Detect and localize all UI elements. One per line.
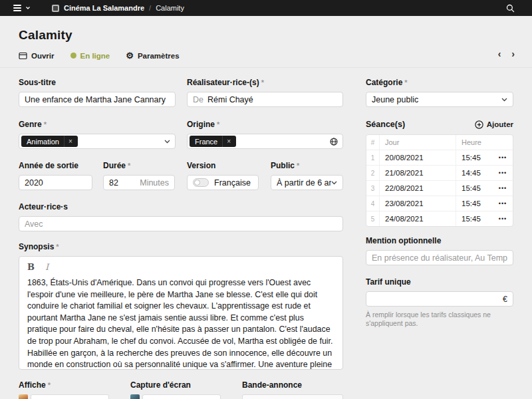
version-control: Française: [187, 175, 259, 190]
seance-time-cell[interactable]: 15:45: [456, 211, 493, 226]
next-record-button[interactable]: ›: [511, 49, 515, 59]
seances-title: Séance(s): [366, 120, 405, 129]
seance-time-cell[interactable]: 14:45: [456, 166, 493, 180]
row-actions-menu-button[interactable]: •••: [493, 211, 513, 226]
editor-toolbar: B I: [19, 257, 342, 275]
row-actions-menu-button[interactable]: •••: [493, 166, 513, 180]
required-mark: *: [261, 78, 264, 86]
year-input[interactable]: 2020: [19, 175, 92, 190]
row-actions-menu-button[interactable]: •••: [493, 196, 513, 211]
row-actions-menu-button[interactable]: •••: [493, 150, 513, 165]
seance-time-cell[interactable]: 15:45: [456, 150, 493, 165]
italic-button[interactable]: I: [45, 262, 49, 272]
table-row: 423/08/202115:45•••: [366, 196, 513, 211]
field-audience: Public* À partir de 6 ans: [271, 161, 343, 190]
version-toggle[interactable]: [193, 178, 209, 187]
main-menu-button[interactable]: [13, 5, 31, 11]
settings-button[interactable]: ⚙ Paramètres: [126, 51, 179, 60]
screenshot-thumbnail[interactable]: [130, 394, 140, 399]
bold-button[interactable]: B: [27, 262, 35, 272]
duration-input[interactable]: 82 Minutes: [103, 175, 175, 190]
breadcrumb-separator: /: [149, 4, 151, 12]
synopsis-label: Synopsis: [19, 242, 54, 251]
table-row: 221/08/202114:45•••: [366, 165, 513, 180]
required-mark: *: [217, 120, 219, 128]
field-director: Réalisateur·rice-(s)* De Rémi Chayé: [187, 78, 343, 107]
price-label: Tarif unique: [366, 277, 411, 287]
required-mark: *: [297, 162, 299, 170]
origin-multiselect[interactable]: France ×: [187, 134, 343, 149]
site-logo-icon: [52, 5, 59, 12]
director-input[interactable]: De Rémi Chayé: [187, 92, 343, 107]
row-index: 1: [366, 150, 380, 165]
seance-time-cell[interactable]: 15:45: [456, 181, 493, 196]
row-actions-menu-button[interactable]: •••: [493, 181, 513, 196]
topbar: Cinéma La Salamandre / Calamity: [0, 0, 532, 16]
field-version: Version Française: [187, 161, 259, 190]
breadcrumb-site[interactable]: Cinéma La Salamandre: [64, 4, 144, 12]
category-select[interactable]: Jeune public: [366, 92, 513, 107]
actors-input[interactable]: Avec: [19, 216, 343, 231]
seance-date-cell[interactable]: 22/08/2021: [380, 181, 456, 196]
trailer-input-field[interactable]: [242, 394, 343, 399]
seance-date-cell[interactable]: 20/08/2021: [380, 150, 456, 165]
header-toolbar: Ouvrir En ligne ⚙ Paramètres: [19, 51, 180, 60]
column-header-time: Heure: [456, 135, 493, 150]
mention-input[interactable]: En présence du réalisateur, Au Tempo...: [366, 250, 513, 265]
field-origin: Origine* France ×: [187, 120, 343, 149]
online-status-label: En ligne: [80, 52, 110, 60]
poster-upload-field[interactable]: [31, 394, 109, 399]
open-button-label: Ouvrir: [31, 52, 55, 60]
add-seance-button[interactable]: Ajouter: [475, 120, 513, 129]
year-label: Année de sortie: [19, 161, 78, 170]
search-icon: [506, 4, 515, 13]
previous-record-button[interactable]: ‹: [498, 49, 501, 59]
seance-date-cell[interactable]: 23/08/2021: [380, 196, 456, 211]
subtitle-input[interactable]: Une enfance de Martha Jane Cannary: [19, 92, 176, 107]
online-status-icon: [70, 53, 76, 59]
header-divider: [0, 67, 532, 68]
director-value: Rémi Chayé: [207, 95, 253, 104]
genre-tag-label: Animation: [21, 138, 64, 146]
genre-tag: Animation ×: [21, 136, 78, 147]
open-button[interactable]: Ouvrir: [19, 52, 55, 60]
settings-button-label: Paramètres: [138, 52, 180, 60]
field-genre: Genre* Animation ×: [19, 120, 176, 149]
screenshot-label: Capture d'écran: [130, 380, 191, 390]
open-in-browser-icon: [19, 52, 27, 60]
chevron-down-icon: [331, 181, 337, 185]
table-header: # Jour Heure: [366, 135, 513, 150]
remove-tag-button[interactable]: ×: [222, 136, 236, 147]
table-row: 322/08/202115:45•••: [366, 180, 513, 196]
duration-label: Durée: [103, 161, 126, 170]
remove-tag-button[interactable]: ×: [64, 136, 78, 147]
genre-multiselect[interactable]: Animation ×: [19, 134, 176, 149]
trailer-label: Bande-annonce: [242, 380, 302, 390]
field-mention: Mention optionnelle En présence du réali…: [366, 236, 513, 265]
screenshot-upload-field[interactable]: [142, 394, 221, 399]
version-label: Version: [187, 161, 215, 170]
breadcrumb-page: Calamity: [156, 4, 184, 12]
category-label: Catégorie: [366, 78, 402, 87]
price-input[interactable]: €: [366, 291, 513, 307]
director-label: Réalisateur·rice-(s): [187, 78, 259, 87]
poster-thumbnail[interactable]: [19, 394, 28, 399]
seance-time-cell[interactable]: 15:45: [456, 196, 493, 211]
seance-date-cell[interactable]: 24/08/2021: [380, 211, 456, 226]
column-header-day: Jour: [380, 135, 456, 150]
field-year: Année de sortie 2020: [19, 161, 92, 190]
row-index: 4: [366, 196, 380, 211]
breadcrumb: Cinéma La Salamandre / Calamity: [52, 4, 184, 12]
search-button[interactable]: [506, 4, 515, 13]
synopsis-text[interactable]: 1863, États-Unis d'Amérique. Dans un con…: [19, 275, 342, 370]
seances-panel: Séance(s) Ajouter # Jour Heure 120/08/20…: [366, 120, 513, 227]
subtitle-value: Une enfance de Martha Jane Cannary: [25, 95, 166, 104]
row-index: 3: [366, 181, 380, 196]
audience-select[interactable]: À partir de 6 ans: [271, 175, 343, 190]
version-toggle-label: Française: [214, 178, 251, 188]
plus-circle-icon: [475, 120, 483, 129]
row-index: 2: [366, 166, 380, 180]
online-status[interactable]: En ligne: [70, 52, 110, 60]
synopsis-editor[interactable]: B I 1863, États-Unis d'Amérique. Dans un…: [19, 256, 343, 370]
seance-date-cell[interactable]: 21/08/2021: [380, 166, 456, 180]
